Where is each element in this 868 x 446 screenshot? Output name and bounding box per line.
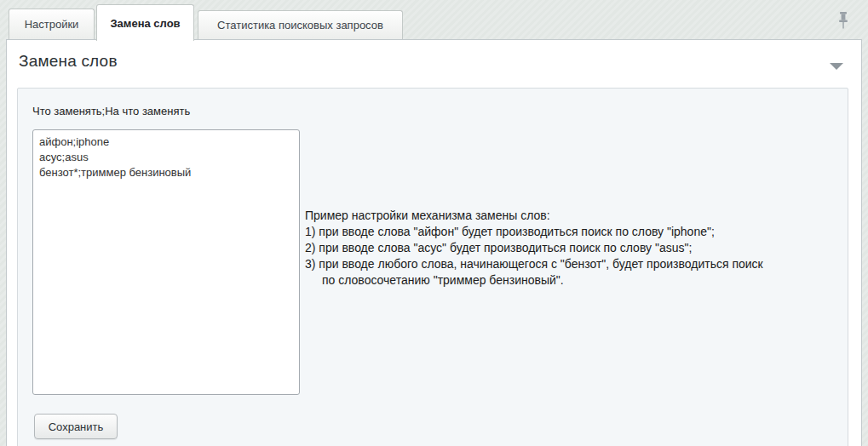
- settings-window: Замена слов Что заменять;На что заменять…: [0, 0, 868, 446]
- pushpin-icon: [836, 11, 850, 30]
- chevron-down-icon: [830, 63, 843, 70]
- instructions-text: Пример настройки механизма замены слов: …: [305, 208, 846, 289]
- save-button[interactable]: Сохранить: [34, 414, 118, 439]
- tab-settings[interactable]: Настройки: [9, 9, 95, 39]
- tab-content-panel: Замена слов Что заменять;На что заменять…: [6, 39, 862, 446]
- instructions-line: 3) при вводе любого слова, начинающегося…: [305, 256, 846, 272]
- page-title: Замена слов: [19, 52, 118, 71]
- replacement-field-label: Что заменять;На что заменять: [32, 105, 190, 117]
- collapse-section-button[interactable]: [828, 60, 845, 72]
- word-replacement-form: Что заменять;На что заменять айфон;iphon…: [17, 88, 848, 446]
- tab-word-replacement[interactable]: Замена слов: [96, 4, 194, 41]
- replacement-pairs-textarea[interactable]: айфон;iphone асус;asus бензот*;триммер б…: [32, 129, 300, 395]
- instructions-line: 2) при вводе слова "асус" будет производ…: [305, 240, 846, 256]
- instructions-line: 1) при вводе слова "айфон" будет произво…: [305, 224, 846, 240]
- instructions-line: по словосочетанию "триммер бензиновый".: [305, 272, 846, 289]
- instructions-line: Пример настройки механизма замены слов:: [305, 208, 846, 224]
- tab-search-statistics[interactable]: Статистика поисковых запросов: [198, 10, 403, 39]
- pin-panel-button[interactable]: [836, 11, 850, 30]
